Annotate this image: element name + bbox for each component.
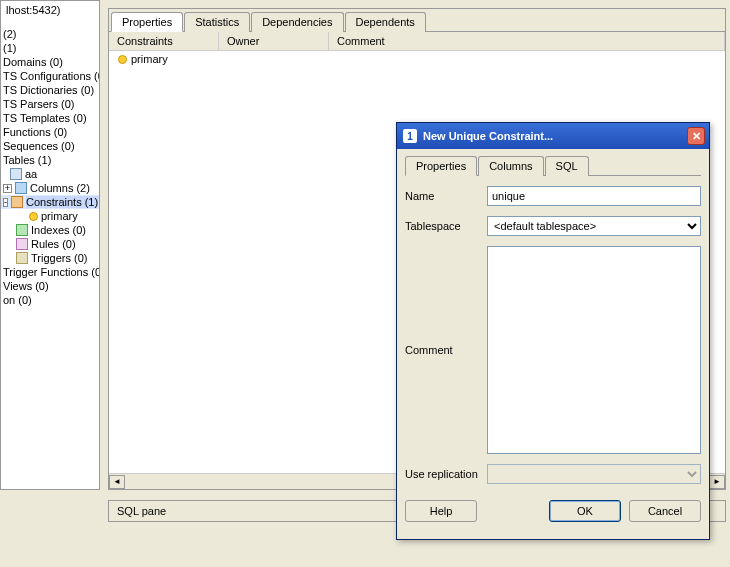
tab-statistics[interactable]: Statistics <box>184 12 250 32</box>
label-tablespace: Tablespace <box>405 220 487 232</box>
tree-label: aa <box>25 168 37 180</box>
name-input[interactable] <box>487 186 701 206</box>
tree-label: Columns (2) <box>30 182 90 194</box>
tree-label: Sequences (0) <box>3 140 75 152</box>
tree-item[interactable]: Views (0) <box>1 279 99 293</box>
tree-label: TS Templates (0) <box>3 112 87 124</box>
row-tablespace: Tablespace <default tablespace> <box>405 216 701 236</box>
tab-properties[interactable]: Properties <box>111 12 183 32</box>
tree-label: Tables (1) <box>3 154 51 166</box>
tree-item-indexes[interactable]: Indexes (0) <box>1 223 99 237</box>
scroll-left-icon[interactable]: ◄ <box>109 475 125 489</box>
columns-icon <box>15 182 27 194</box>
tree-item[interactable]: Domains (0) <box>1 55 99 69</box>
tab-dependents[interactable]: Dependents <box>345 12 426 32</box>
tree-item[interactable]: on (0) <box>1 293 99 307</box>
tree-item[interactable]: (1) <box>1 41 99 55</box>
close-icon: ✕ <box>692 130 701 143</box>
tree-item[interactable]: TS Configurations (0) <box>1 69 99 83</box>
dialog-buttons: Help OK Cancel <box>397 492 709 530</box>
dialog-tabs: Properties Columns SQL <box>405 155 701 176</box>
tree-item[interactable]: TS Templates (0) <box>1 111 99 125</box>
sql-pane-label: SQL pane <box>117 505 166 517</box>
dialog-icon: 1 <box>403 129 417 143</box>
dialog-title: New Unique Constraint... <box>423 130 553 142</box>
row-name: Name <box>405 186 701 206</box>
tree-item-constraints[interactable]: -Constraints (1) <box>1 195 99 209</box>
tree-label: Functions (0) <box>3 126 67 138</box>
triggers-icon <box>16 252 28 264</box>
tree-label: on (0) <box>3 294 32 306</box>
tree-item-rules[interactable]: Rules (0) <box>1 237 99 251</box>
help-button[interactable]: Help <box>405 500 477 522</box>
dialog-body: Properties Columns SQL Name Tablespace <… <box>397 149 709 492</box>
label-comment: Comment <box>405 344 487 356</box>
tree-item[interactable]: Functions (0) <box>1 125 99 139</box>
tree-item-table[interactable]: aa <box>1 167 99 181</box>
tree-item[interactable]: Trigger Functions (0) <box>1 265 99 279</box>
tree-label: TS Parsers (0) <box>3 98 75 110</box>
cancel-button[interactable]: Cancel <box>629 500 701 522</box>
tree-label: Indexes (0) <box>31 224 86 236</box>
tree-label: Triggers (0) <box>31 252 87 264</box>
row-comment: Comment <box>405 246 701 454</box>
close-button[interactable]: ✕ <box>687 127 705 145</box>
tree-label: Domains (0) <box>3 56 63 68</box>
tree-item[interactable]: (2) <box>1 27 99 41</box>
tree-item-primary[interactable]: primary <box>1 209 99 223</box>
table-icon <box>10 168 22 180</box>
new-unique-constraint-dialog: 1 New Unique Constraint... ✕ Properties … <box>396 122 710 540</box>
tree-item-columns[interactable]: +Columns (2) <box>1 181 99 195</box>
tree-item[interactable]: Sequences (0) <box>1 139 99 153</box>
label-name: Name <box>405 190 487 202</box>
label-use-replication: Use replication <box>405 468 487 480</box>
tree-item[interactable]: lhost:5432) <box>1 3 99 17</box>
cell-constraint-name: primary <box>131 53 168 65</box>
dialog-tab-sql[interactable]: SQL <box>545 156 589 176</box>
tree-label: primary <box>41 210 78 222</box>
key-icon <box>118 55 127 64</box>
tree-item[interactable]: Tables (1) <box>1 153 99 167</box>
indexes-icon <box>16 224 28 236</box>
tree-label: TS Dictionaries (0) <box>3 84 94 96</box>
comment-textarea[interactable] <box>487 246 701 454</box>
tablespace-select[interactable]: <default tablespace> <box>487 216 701 236</box>
ok-button[interactable]: OK <box>549 500 621 522</box>
expand-icon[interactable]: + <box>3 184 12 193</box>
grid-header: Constraints Owner Comment <box>109 32 725 51</box>
dialog-titlebar[interactable]: 1 New Unique Constraint... ✕ <box>397 123 709 149</box>
dialog-tab-properties[interactable]: Properties <box>405 156 477 176</box>
constraints-icon <box>11 196 23 208</box>
tree-label: Rules (0) <box>31 238 76 250</box>
tab-dependencies[interactable]: Dependencies <box>251 12 343 32</box>
row-use-replication: Use replication <box>405 464 701 484</box>
scroll-right-icon[interactable]: ► <box>709 475 725 489</box>
tree-label: Views (0) <box>3 280 49 292</box>
tree-item[interactable]: TS Parsers (0) <box>1 97 99 111</box>
key-icon <box>29 212 38 221</box>
tree-label: (2) <box>3 28 16 40</box>
main-tabs: Properties Statistics Dependencies Depen… <box>109 9 725 32</box>
object-tree[interactable]: lhost:5432) (2) (1) Domains (0) TS Confi… <box>0 0 100 490</box>
col-constraints[interactable]: Constraints <box>109 32 219 50</box>
col-comment[interactable]: Comment <box>329 32 725 50</box>
collapse-icon[interactable]: - <box>3 198 8 207</box>
tree-label: Trigger Functions (0) <box>3 266 100 278</box>
tree-label: (1) <box>3 42 16 54</box>
tree-item-triggers[interactable]: Triggers (0) <box>1 251 99 265</box>
grid-row[interactable]: primary <box>109 51 725 67</box>
tree-item[interactable]: TS Dictionaries (0) <box>1 83 99 97</box>
col-owner[interactable]: Owner <box>219 32 329 50</box>
rules-icon <box>16 238 28 250</box>
use-replication-select <box>487 464 701 484</box>
tree-label: lhost:5432) <box>6 4 60 16</box>
tree-label: Constraints (1) <box>26 196 98 208</box>
dialog-tab-columns[interactable]: Columns <box>478 156 543 176</box>
tree-label: TS Configurations (0) <box>3 70 100 82</box>
